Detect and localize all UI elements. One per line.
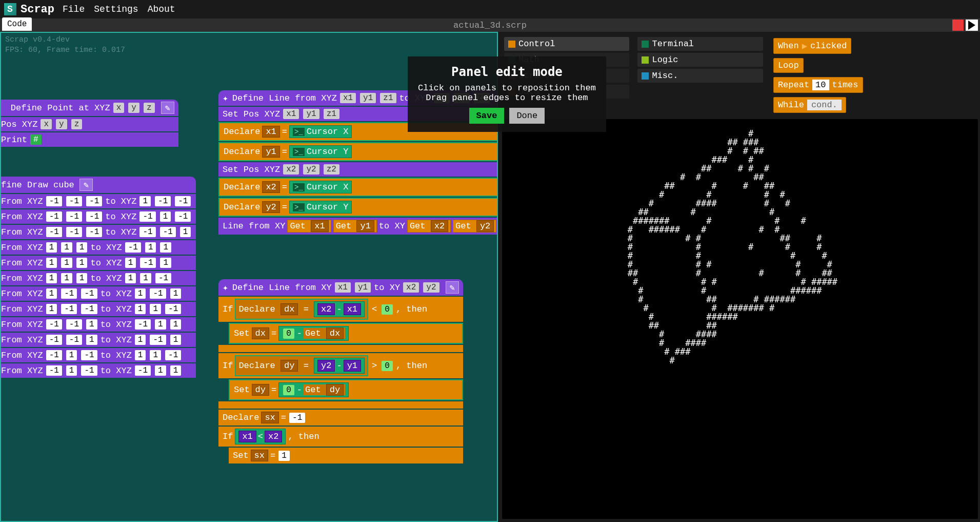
cube-line-row[interactable]: From XYZ111to XYZ-111 — [0, 240, 196, 255]
app-name: Scrap — [21, 3, 54, 16]
run-button[interactable] — [966, 20, 978, 31]
category-panel-2: Terminal Logic Misc. — [635, 35, 765, 116]
done-button[interactable]: Done — [509, 108, 545, 124]
stop-button[interactable] — [952, 20, 964, 31]
modal-title: Panel edit mode — [418, 65, 596, 79]
cube-line-row[interactable]: From XYZ1-1-1to XYZ11-1 — [0, 302, 196, 316]
terminal-output: # ## ### # # ## ### # ## # # # — [502, 119, 978, 519]
palette-loop[interactable]: Loop — [773, 58, 804, 73]
debug-overlay: Scrap v0.4-dev FPS: 60, Frame time: 0.01… — [5, 35, 125, 55]
edit-icon[interactable]: ✎ — [446, 281, 459, 294]
block-palette: When ▶ clicked Loop Repeat 10 times Whil… — [769, 35, 978, 116]
edit-icon[interactable]: ✎ — [79, 179, 93, 191]
palette-when-clicked[interactable]: When ▶ clicked — [773, 38, 851, 54]
define-draw-cube-block[interactable]: fine Draw cube ✎ From XYZ-1-1-1to XYZ1-1… — [0, 177, 196, 379]
cube-line-row[interactable]: From XYZ-11-1to XYZ11-1 — [0, 348, 196, 362]
cube-line-row[interactable]: From XYZ111to XYZ11-1 — [0, 271, 196, 285]
palette-repeat[interactable]: Repeat 10 times — [773, 77, 863, 93]
app-logo: Scrap — [4, 3, 54, 16]
panel-edit-modal: Panel edit mode Click on panels to repos… — [408, 56, 606, 132]
cube-line-row[interactable]: From XYZ-1-1-1to XYZ1-1-1 — [0, 194, 196, 208]
cube-line-row[interactable]: From XYZ1-1-1to XYZ1-11 — [0, 286, 196, 301]
tab-code[interactable]: Code — [2, 17, 32, 31]
save-button[interactable]: Save — [469, 108, 505, 124]
filename-label: actual_3d.scrp — [453, 21, 527, 30]
cube-line-row[interactable]: From XYZ-11-1to XYZ-111 — [0, 363, 196, 378]
cube-line-row[interactable]: From XYZ-1-1-1to XYZ-1-11 — [0, 225, 196, 239]
menu-file[interactable]: File — [63, 4, 85, 14]
category-logic[interactable]: Logic — [637, 53, 763, 67]
edit-icon[interactable]: ✎ — [161, 102, 174, 114]
infobar: Code actual_3d.scrp — [0, 18, 980, 32]
cube-line-row[interactable]: From XYZ111to XYZ1-11 — [0, 256, 196, 270]
cube-line-row[interactable]: From XYZ-1-11to XYZ1-11 — [0, 333, 196, 347]
category-terminal[interactable]: Terminal — [637, 37, 763, 51]
menu-about[interactable]: About — [148, 4, 175, 14]
cube-line-row[interactable]: From XYZ-1-11to XYZ-111 — [0, 317, 196, 332]
palette-while[interactable]: While cond. — [773, 97, 846, 113]
category-misc[interactable]: Misc. — [637, 69, 763, 83]
cube-line-row[interactable]: From XYZ-1-1-1to XYZ-11-1 — [0, 209, 196, 224]
star-icon: ✦ — [223, 282, 228, 293]
star-icon: ✦ — [223, 92, 228, 104]
menubar: Scrap File Settings About — [0, 0, 980, 18]
logo-icon — [4, 3, 16, 15]
menu-settings[interactable]: Settings — [94, 4, 138, 14]
play-icon — [968, 21, 975, 30]
define-point-block[interactable]: ✦ Define Point at XYZ x y z ✎ Pos XYZ x … — [0, 100, 178, 148]
flag-icon: ▶ — [802, 41, 807, 51]
category-control[interactable]: Control — [504, 37, 629, 51]
define-line-xy-block[interactable]: ✦ Define Line from XY x1 y1 to XY x2 y2 … — [218, 279, 463, 465]
